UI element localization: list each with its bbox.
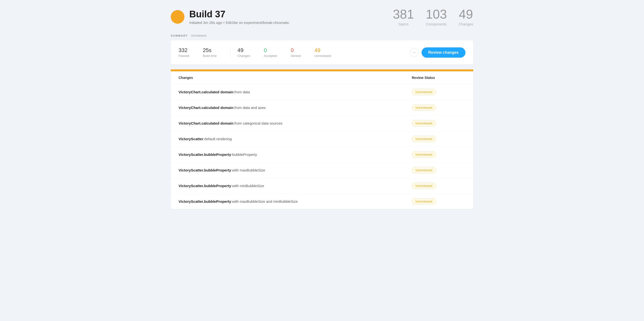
change-name-normal: :bubbleProperty <box>231 152 257 156</box>
summary-stat-label: Accepted <box>264 54 277 58</box>
summary-card: 332 Passed 25s Build time 49 Changes 0 A… <box>171 40 473 65</box>
status-badge: Unreviewed <box>412 120 436 126</box>
stat-number: 381 <box>393 8 414 21</box>
build-info: Build 37 Initiated 3m 28s ago • 53626e o… <box>189 9 289 25</box>
header-stat-specs: 381 Specs <box>393 8 414 26</box>
summary-title: SUMMARY <box>171 34 188 37</box>
change-name: VictoryScatter.bubbleProperty:bubbleProp… <box>178 152 412 156</box>
summary-stat-number: 0 <box>264 47 277 54</box>
table-body: VictoryChart.calculated domain:from data… <box>171 84 473 209</box>
status-badge-cell: Unreviewed <box>412 104 466 111</box>
review-changes-button[interactable]: Review changes <box>422 47 466 58</box>
divider <box>230 48 230 57</box>
progress-bar <box>171 69 473 71</box>
change-name-normal: :from data and axes <box>234 105 266 110</box>
build-subtitle: Initiated 3m 28s ago • 53626e on experim… <box>189 21 289 25</box>
table-row[interactable]: VictoryScatter.bubbleProperty:with minBu… <box>171 178 473 194</box>
summary-stat-label: Unreviewed <box>314 54 331 58</box>
summary-actions: ··· Review changes <box>410 47 466 58</box>
stat-label: Changes <box>458 22 473 26</box>
table-row[interactable]: VictoryScatter.bubbleProperty:bubbleProp… <box>171 147 473 163</box>
table-row[interactable]: VictoryChart.calculated domain:from cate… <box>171 115 473 131</box>
header-stat-changes: 49 Changes <box>458 8 473 26</box>
change-name-normal: :with minBubbleSize <box>231 184 264 188</box>
summary-stat-number: 49 <box>237 47 250 54</box>
change-name-bold: VictoryScatter.bubbleProperty <box>178 152 231 156</box>
status-badge-cell: Unreviewed <box>412 183 466 189</box>
stat-number: 49 <box>458 8 473 21</box>
change-name: VictoryScatter.bubbleProperty:with maxBu… <box>178 199 412 204</box>
status-badge-cell: Unreviewed <box>412 120 466 126</box>
change-name-bold: VictoryChart.calculated domain <box>178 121 234 125</box>
table-row[interactable]: VictoryChart.calculated domain:from data… <box>171 100 473 115</box>
status-badge: Unreviewed <box>412 167 436 174</box>
change-name-bold: VictoryScatter.bubbleProperty <box>178 199 231 204</box>
header-stats: 381 Specs 103 Components 49 Changes <box>393 8 473 26</box>
summary-stat-build-time: 25s Build time <box>203 47 224 58</box>
status-badge: Unreviewed <box>412 151 436 158</box>
change-name-bold: VictoryScatter.bubbleProperty <box>178 184 231 188</box>
col-status-header: Review Status <box>412 76 466 80</box>
summary-section-badge: Unreviewed <box>191 34 206 37</box>
more-button[interactable]: ··· <box>410 48 418 57</box>
changes-table: Changes Review Status VictoryChart.calcu… <box>171 71 473 209</box>
summary-stat-number: 25s <box>203 47 216 54</box>
change-name-bold: VictoryScatter <box>178 137 203 141</box>
summary-stat-unreviewed: 49 Unreviewed <box>314 47 338 58</box>
summary-stats: 332 Passed 25s Build time 49 Changes 0 A… <box>178 47 345 58</box>
summary-stat-passed: 332 Passed <box>178 47 196 58</box>
summary-stat-number: 49 <box>314 47 331 54</box>
change-name: VictoryChart.calculated domain:from cate… <box>178 121 412 125</box>
change-name: VictoryScatter.bubbleProperty:with maxBu… <box>178 168 412 172</box>
stat-label: Specs <box>393 22 414 26</box>
col-changes-header: Changes <box>178 76 412 80</box>
summary-stat-label: Passed <box>178 54 189 58</box>
change-name: VictoryChart.calculated domain:from data… <box>178 105 412 110</box>
change-name-bold: VictoryChart.calculated domain <box>178 105 234 110</box>
status-badge: Unreviewed <box>412 104 436 111</box>
table-row[interactable]: VictoryChart.calculated domain:from data… <box>171 84 473 100</box>
header-stat-components: 103 Components <box>426 8 447 26</box>
summary-stat-denied: 0 Denied <box>291 47 308 58</box>
change-name: VictoryChart.calculated domain:from data <box>178 90 412 94</box>
change-name-normal: :from data <box>234 90 250 94</box>
status-badge: Unreviewed <box>412 183 436 189</box>
change-name-bold: VictoryChart.calculated domain <box>178 90 234 94</box>
table-row[interactable]: VictoryScatter.bubbleProperty:with maxBu… <box>171 194 473 209</box>
status-badge-cell: Unreviewed <box>412 198 466 205</box>
status-badge: Unreviewed <box>412 89 436 95</box>
stat-label: Components <box>426 22 447 26</box>
summary-stat-label: Denied <box>291 54 301 58</box>
summary-stat-number: 0 <box>291 47 301 54</box>
build-status-icon <box>171 10 184 24</box>
change-name-normal: :from categorical data sources <box>234 121 282 125</box>
build-title: Build 37 <box>189 9 289 20</box>
summary-header: SUMMARY Unreviewed <box>171 34 473 37</box>
change-name-normal: :with maxBubbleSize and minBubbleSize <box>231 199 298 204</box>
stat-number: 103 <box>426 8 447 21</box>
change-name: VictoryScatter.bubbleProperty:with minBu… <box>178 184 412 188</box>
table-row[interactable]: VictoryScatter.bubbleProperty:with maxBu… <box>171 163 473 178</box>
summary-stat-accepted: 0 Accepted <box>264 47 284 58</box>
summary-stat-label: Changes <box>237 54 250 58</box>
change-name-bold: VictoryScatter.bubbleProperty <box>178 168 231 172</box>
header: Build 37 Initiated 3m 28s ago • 53626e o… <box>171 8 473 26</box>
status-badge-cell: Unreviewed <box>412 167 466 174</box>
change-name-normal: :default rendering <box>203 137 232 141</box>
page-container: Build 37 Initiated 3m 28s ago • 53626e o… <box>161 0 483 217</box>
summary-stat-changes: 49 Changes <box>237 47 257 58</box>
status-badge: Unreviewed <box>412 135 436 142</box>
status-badge-cell: Unreviewed <box>412 135 466 142</box>
status-badge: Unreviewed <box>412 198 436 205</box>
summary-stat-number: 332 <box>178 47 189 54</box>
table-row[interactable]: VictoryScatter:default rendering Unrevie… <box>171 131 473 147</box>
change-name-normal: :with maxBubbleSize <box>231 168 265 172</box>
header-left: Build 37 Initiated 3m 28s ago • 53626e o… <box>171 9 289 25</box>
status-badge-cell: Unreviewed <box>412 89 466 95</box>
table-header: Changes Review Status <box>171 71 473 84</box>
status-badge-cell: Unreviewed <box>412 151 466 158</box>
summary-stat-label: Build time <box>203 54 216 58</box>
change-name: VictoryScatter:default rendering <box>178 137 412 141</box>
